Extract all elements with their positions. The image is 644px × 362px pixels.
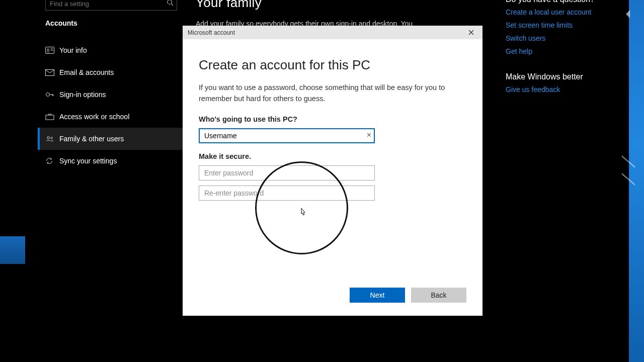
dialog-close-button[interactable] [460,26,482,39]
help-improve-heading: Make Windows better [506,72,616,81]
help-question-heading: Do you have a question? [506,0,616,4]
next-button[interactable]: Next [350,288,405,303]
secure-label: Make it secure. [199,152,466,160]
key-icon [45,91,59,98]
svg-point-10 [51,137,53,139]
help-link-switch-users[interactable]: Switch users [506,34,616,42]
mail-icon [45,69,59,76]
settings-content: Your family Add your family so everybody… [196,0,457,29]
settings-sidebar: Your info Email & accounts Sign-in optio… [38,39,184,172]
password-confirm-input[interactable] [199,186,375,201]
person-card-icon [45,47,59,54]
svg-point-0 [168,0,172,5]
help-link-screen-time[interactable]: Set screen time limits [506,21,616,29]
sidebar-item-email-accounts[interactable]: Email & accounts [38,61,184,83]
sidebar-item-label: Family & other users [59,135,124,143]
sidebar-item-label: Sign-in options [59,90,106,99]
password-input[interactable] [199,165,375,180]
sync-icon [45,157,59,165]
svg-rect-8 [46,115,54,120]
dialog-title: Microsoft account [188,29,235,36]
dialog-intro: If you want to use a password, choose so… [199,82,466,104]
sidebar-item-sync-settings[interactable]: Sync your settings [38,150,184,172]
dialog-titlebar[interactable]: Microsoft account [183,26,482,39]
sidebar-item-your-info[interactable]: Your info [38,39,184,61]
desktop-left-sliver [0,236,25,264]
sidebar-item-signin-options[interactable]: Sign-in options [38,83,184,106]
who-label: Who's going to use this PC? [199,115,466,123]
settings-search[interactable] [45,0,177,11]
help-link-create-local[interactable]: Create a local user account [506,8,616,16]
content-heading: Your family [196,0,457,11]
briefcase-icon [45,113,59,120]
people-icon [45,135,59,142]
search-icon [167,0,174,8]
back-button[interactable]: Back [411,288,466,303]
help-link-get-help[interactable]: Get help [506,47,616,55]
clear-input-icon[interactable]: ✕ [366,131,372,139]
sidebar-item-label: Your info [59,46,87,54]
svg-line-1 [172,4,174,6]
settings-section-title: Accounts [45,19,77,27]
sidebar-item-family-other-users[interactable]: Family & other users [38,128,184,150]
help-link-feedback[interactable]: Give us feedback [506,85,616,94]
sidebar-item-label: Sync your settings [59,157,117,165]
svg-point-9 [47,137,50,139]
desktop-right-edge [629,0,644,362]
help-column: Do you have a question? Create a local u… [506,0,616,99]
sidebar-item-label: Email & accounts [59,68,114,76]
settings-search-input[interactable] [46,0,159,10]
svg-point-3 [47,49,49,51]
close-icon [468,28,474,37]
svg-point-7 [46,93,50,97]
sidebar-item-label: Access work or school [59,113,129,121]
sidebar-item-access-work-school[interactable]: Access work or school [38,106,184,128]
dialog-heading: Create an account for this PC [199,57,466,73]
username-input[interactable] [199,128,375,143]
create-account-dialog: Microsoft account Create an account for … [183,26,482,316]
